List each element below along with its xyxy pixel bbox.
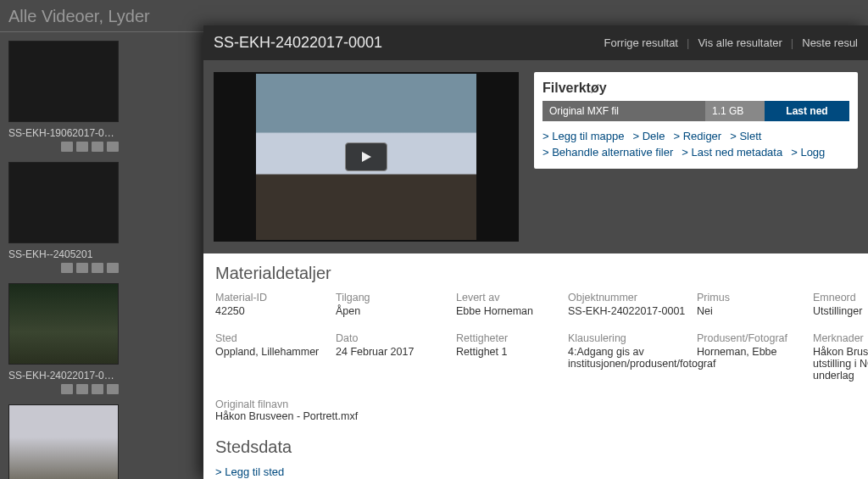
detail-material-id: Material-ID42250: [215, 292, 326, 317]
next-result-link[interactable]: Neste resul: [802, 36, 858, 49]
grid-label: SS-EKH--2405201: [8, 248, 119, 260]
detail-primus: PrimusNei: [697, 292, 803, 317]
detail-rights: RettigheterRettighet 1: [456, 332, 558, 382]
detail-body: Filverktøy Original MXF fil 1.1 GB Last …: [203, 60, 868, 479]
tool-link-download-meta[interactable]: > Last ned metadata: [682, 146, 782, 159]
media-row: Filverktøy Original MXF fil 1.1 GB Last …: [203, 60, 868, 253]
result-nav: Forrige resultat | Vis alle resultater |…: [604, 36, 858, 49]
detail-access: TilgangÅpen: [336, 292, 446, 317]
grid-item[interactable]: SS-EKH--2405201: [8, 162, 119, 273]
section-title: Materialdetaljer: [215, 264, 856, 283]
file-size: 1.1 GB: [705, 101, 765, 121]
tool-link-delete[interactable]: > Slett: [730, 130, 761, 142]
grid-item[interactable]: SS-EKH-24022017-0002: [8, 283, 119, 394]
detail-panel: SS-EKH-24022017-0001 Forrige resultat | …: [203, 25, 868, 479]
grid-label: SS-EKH-24022017-0002: [8, 370, 119, 382]
nav-separator: |: [791, 36, 793, 49]
grid-item[interactable]: SS-EKH-19062017-0001: [8, 41, 119, 152]
detail-keywords: EmneordUtstillinger: [813, 292, 868, 317]
tool-links: > Legg til mappe > Dele > Rediger > Slet…: [542, 130, 849, 159]
prev-result-link[interactable]: Forrige resultat: [604, 36, 678, 49]
asset-grid: SS-EKH-19062017-0001 SS-EKH--2405201 SS-…: [0, 32, 203, 479]
item-action-icons[interactable]: [8, 142, 119, 152]
detail-header: SS-EKH-24022017-0001 Forrige resultat | …: [203, 25, 868, 60]
add-place-link[interactable]: > Legg til sted: [215, 465, 856, 478]
video-preview[interactable]: [214, 72, 519, 242]
detail-object-number: ObjektnummerSS-EKH-24022017-0001: [568, 292, 687, 317]
detail-producer: Produsent/FotografHorneman, Ebbe: [697, 332, 803, 382]
grid-label: SS-EKH-19062017-0001: [8, 127, 119, 139]
detail-grid: Material-ID42250 TilgangÅpen Levert avEb…: [215, 292, 856, 382]
thumbnail[interactable]: [8, 162, 119, 243]
play-button[interactable]: [345, 142, 387, 171]
detail-clause: Klausulering4:Adgang gis av institusjone…: [568, 332, 687, 382]
place-data-section: Stedsdata > Legg til sted: [203, 427, 868, 479]
tool-link-alt-files[interactable]: > Behandle alternative filer: [542, 146, 673, 159]
detail-place: StedOppland, Lillehammer: [215, 332, 326, 382]
section-title: Stedsdata: [215, 437, 856, 457]
thumbnail[interactable]: [8, 41, 119, 122]
detail-notes: MerknaderHåkon Brusveen, utstilling i NO…: [813, 332, 868, 382]
play-icon: [359, 150, 373, 164]
file-row: Original MXF fil 1.1 GB Last ned: [542, 101, 849, 121]
file-name: Original MXF fil: [542, 101, 705, 121]
file-tools-panel: Filverktøy Original MXF fil 1.1 GB Last …: [534, 72, 858, 169]
tool-link-share[interactable]: > Dele: [632, 130, 665, 142]
detail-delivered-by: Levert avEbbe Horneman: [456, 292, 558, 317]
detail-date: Dato24 Februar 2017: [336, 332, 446, 382]
grid-item[interactable]: SS-EKH-24022017: [8, 404, 119, 479]
detail-title: SS-EKH-24022017-0001: [214, 34, 382, 52]
tool-link-add-folder[interactable]: > Legg til mappe: [542, 130, 624, 142]
all-results-link[interactable]: Vis alle resultater: [698, 36, 782, 49]
material-details: Materialdetaljer Material-ID42250 Tilgan…: [203, 253, 868, 427]
item-action-icons[interactable]: [8, 263, 119, 273]
tool-link-edit[interactable]: > Rediger: [673, 130, 721, 142]
thumbnail[interactable]: [8, 404, 119, 479]
tool-link-log[interactable]: > Logg: [791, 146, 825, 159]
download-button[interactable]: Last ned: [765, 101, 849, 121]
file-tools-heading: Filverktøy: [542, 81, 849, 96]
nav-separator: |: [687, 36, 689, 49]
item-action-icons[interactable]: [8, 384, 119, 394]
thumbnail[interactable]: [8, 283, 119, 365]
detail-original-filename: Originalt filnavn Håkon Brusveen - Portr…: [215, 398, 856, 422]
